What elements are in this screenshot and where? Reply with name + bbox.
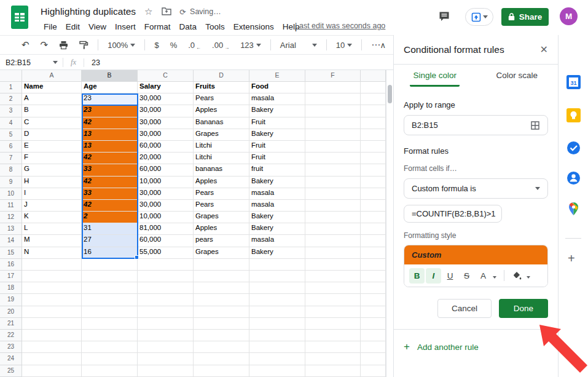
row-header-2[interactable]: 2 — [0, 93, 22, 105]
cell[interactable]: 30,000 — [138, 117, 194, 129]
comments-icon[interactable] — [438, 10, 450, 25]
cell[interactable] — [361, 341, 386, 353]
cell[interactable] — [194, 306, 249, 318]
cell[interactable]: L — [22, 223, 82, 235]
cell[interactable] — [22, 306, 82, 318]
cell[interactable] — [361, 129, 386, 141]
row-header-23[interactable]: 23 — [0, 341, 22, 353]
cell[interactable] — [138, 306, 194, 318]
close-icon[interactable]: ✕ — [540, 44, 548, 55]
cell[interactable] — [305, 188, 361, 200]
cell[interactable] — [361, 188, 386, 200]
select-range-icon[interactable] — [530, 121, 540, 130]
cell[interactable] — [249, 259, 305, 271]
cell[interactable] — [305, 164, 361, 176]
cell[interactable]: Bakery — [249, 129, 305, 141]
cell[interactable]: 42 — [82, 153, 138, 164]
maps-icon[interactable] — [566, 201, 581, 216]
cell[interactable] — [194, 282, 249, 294]
name-box-caret-icon[interactable] — [53, 61, 58, 64]
cell[interactable] — [361, 212, 386, 223]
cell[interactable]: 42 — [82, 200, 138, 212]
cell[interactable]: Fruit — [249, 153, 305, 164]
cell[interactable]: 10,000 — [138, 177, 194, 188]
star-icon[interactable]: ☆ — [144, 6, 152, 17]
cell[interactable] — [361, 141, 386, 153]
tasks-icon[interactable] — [566, 140, 581, 156]
cell[interactable] — [305, 259, 361, 271]
row-header-14[interactable]: 14 — [0, 235, 22, 247]
menu-insert[interactable]: Insert — [111, 20, 140, 33]
menu-file[interactable]: File — [39, 20, 61, 33]
cell[interactable]: 30,000 — [138, 105, 194, 117]
zoom-select[interactable]: 100% — [102, 41, 141, 50]
row-header-11[interactable]: 11 — [0, 200, 22, 212]
cell[interactable] — [249, 306, 305, 318]
cell[interactable]: masala — [249, 188, 305, 200]
cell[interactable]: N — [22, 247, 82, 259]
strikethrough-button[interactable]: S — [459, 268, 474, 284]
row-header-17[interactable]: 17 — [0, 271, 22, 282]
cell[interactable]: 27 — [82, 235, 138, 247]
cell[interactable] — [361, 247, 386, 259]
cell[interactable] — [194, 271, 249, 282]
cell[interactable] — [82, 330, 138, 341]
cell[interactable]: Bakery — [249, 105, 305, 117]
cell[interactable]: 20,000 — [138, 153, 194, 164]
cell[interactable]: J — [22, 200, 82, 212]
tab-single-color[interactable]: Single color — [394, 65, 476, 89]
cell[interactable] — [361, 200, 386, 212]
cell[interactable]: Food — [249, 82, 305, 93]
cell[interactable]: masala — [249, 200, 305, 212]
cell[interactable]: M — [22, 235, 82, 247]
redo-button[interactable]: ↷ — [35, 39, 54, 50]
cell[interactable] — [361, 82, 386, 93]
cell[interactable]: 60,000 — [138, 164, 194, 176]
number-format-button[interactable]: 123 — [235, 41, 267, 50]
row-header-10[interactable]: 10 — [0, 188, 22, 200]
cell[interactable] — [305, 212, 361, 223]
row-header-18[interactable]: 18 — [0, 282, 22, 294]
menu-format[interactable]: Format — [140, 20, 175, 33]
italic-button[interactable]: I — [426, 268, 441, 284]
cell[interactable] — [249, 330, 305, 341]
fill-color-caret-icon[interactable] — [527, 276, 530, 279]
cell[interactable] — [361, 306, 386, 318]
format-currency-button[interactable]: $ — [149, 41, 164, 50]
cell[interactable] — [361, 330, 386, 341]
row-header-24[interactable]: 24 — [0, 353, 22, 365]
cell[interactable] — [361, 93, 386, 105]
cell[interactable]: 30,000 — [138, 200, 194, 212]
cell[interactable] — [194, 341, 249, 353]
cell[interactable] — [361, 164, 386, 176]
font-select[interactable]: Arial — [275, 41, 323, 50]
cell[interactable] — [305, 235, 361, 247]
cell[interactable] — [361, 294, 386, 306]
row-header-4[interactable]: 4 — [0, 117, 22, 129]
last-edit-link[interactable]: Last edit was seconds ago — [295, 22, 385, 30]
custom-formula-input[interactable]: =COUNTIF(B2:B,B1)>1 — [404, 205, 502, 223]
cell[interactable]: Bananas — [194, 117, 249, 129]
cell[interactable]: 30,000 — [138, 93, 194, 105]
column-header-partial[interactable] — [361, 70, 386, 82]
cell[interactable]: Grapes — [194, 129, 249, 141]
cell[interactable]: A — [22, 93, 82, 105]
tab-color-scale[interactable]: Color scale — [476, 65, 559, 89]
cell[interactable] — [82, 294, 138, 306]
cell[interactable] — [22, 318, 82, 330]
cell[interactable]: 60,000 — [138, 141, 194, 153]
cell[interactable] — [361, 365, 386, 377]
cell[interactable] — [249, 294, 305, 306]
cell[interactable] — [361, 318, 386, 330]
cell[interactable] — [361, 282, 386, 294]
cell[interactable]: pears — [194, 235, 249, 247]
cell[interactable] — [361, 353, 386, 365]
cell[interactable] — [361, 259, 386, 271]
range-input[interactable]: B2:B15 — [404, 115, 548, 135]
cell[interactable]: 55,000 — [138, 247, 194, 259]
cell[interactable] — [22, 365, 82, 377]
cell[interactable]: Apples — [194, 177, 249, 188]
cell[interactable] — [305, 117, 361, 129]
cell[interactable] — [361, 223, 386, 235]
row-header-9[interactable]: 9 — [0, 177, 22, 188]
